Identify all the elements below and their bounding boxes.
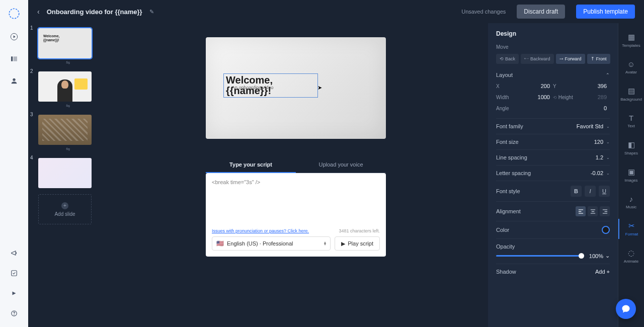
slide-number: 3 <box>30 112 33 117</box>
layout-y-input[interactable]: 396 <box>582 83 610 89</box>
tab-type-script[interactable]: Type your script <box>206 157 296 173</box>
align-right-button[interactable] <box>600 206 610 216</box>
plus-icon: + <box>61 202 68 209</box>
tab-upload-voice[interactable]: Upload your voice <box>296 157 386 173</box>
layout-toggle[interactable]: Layout ⌃ <box>496 72 610 78</box>
template-title: Onboarding video for {{name}} <box>47 8 142 16</box>
images-tab[interactable]: ▣Images <box>618 165 644 185</box>
script-tabs: Type your script Upload your voice <box>206 157 386 173</box>
bold-button[interactable]: B <box>571 186 582 197</box>
slide-handle-icon[interactable]: ⇋ <box>38 146 98 152</box>
svg-point-4 <box>13 78 15 81</box>
discard-draft-button[interactable]: Discard draft <box>517 5 565 19</box>
slide-canvas[interactable]: Welcome, {{name}}! An onboarding video ➤ <box>206 37 386 139</box>
megaphone-icon[interactable] <box>9 248 20 259</box>
avatar-icon: ☺ <box>627 60 635 68</box>
slide-number: 2 <box>30 68 33 74</box>
music-tab[interactable]: ♪Music <box>618 192 644 212</box>
shapes-tab[interactable]: ◧Shapes <box>618 138 644 158</box>
underline-button[interactable]: U <box>599 186 610 197</box>
topbar: ‹ Onboarding video for {{name}} ✎ Unsave… <box>28 0 644 23</box>
font-size-select[interactable]: Font size 120⌄ <box>496 134 610 149</box>
design-panel: Design Move ⟲ Back ⬸ Backward ⤍ Forward … <box>488 23 618 327</box>
chevron-down-icon: ⌄ <box>606 140 610 144</box>
avatar-tab[interactable]: ☺Avatar <box>618 57 644 77</box>
color-picker[interactable] <box>602 226 610 234</box>
layout-x-input[interactable]: 200 <box>525 83 553 89</box>
slide-thumb-4[interactable] <box>38 158 92 188</box>
slide-number: 1 <box>30 25 33 31</box>
unsaved-indicator: Unsaved changes <box>461 9 506 15</box>
pronunciation-help-link[interactable]: Issues with pronunciation or pauses? Cli… <box>212 228 309 233</box>
move-back-button[interactable]: ⟲ Back <box>496 54 519 64</box>
templates-tab[interactable]: ▦Templates <box>618 30 644 50</box>
italic-button[interactable]: I <box>585 186 596 197</box>
check-icon[interactable] <box>9 268 20 279</box>
slide-handle-icon[interactable]: ⇋ <box>38 103 98 109</box>
layout-icon[interactable] <box>9 53 20 64</box>
chevron-down-icon: ⌄ <box>605 253 610 259</box>
animate-icon: ◌ <box>628 249 634 258</box>
opacity-slider[interactable] <box>496 255 584 257</box>
flag-icon: 🇺🇸 <box>216 240 224 247</box>
align-left-button[interactable] <box>576 206 586 216</box>
play-icon[interactable] <box>9 31 20 42</box>
chevron-updown-icon: ▴▾ <box>324 241 326 246</box>
layout-width-input[interactable]: 1000 <box>525 94 553 100</box>
person-icon[interactable] <box>9 75 20 87</box>
slide-number: 4 <box>30 155 33 160</box>
right-tool-rail: ▦Templates ☺Avatar ▤Background TText ◧Sh… <box>618 23 644 327</box>
canvas-subtext: An onboarding video <box>232 85 274 90</box>
script-textarea[interactable]: <break time="3s" /> <box>212 179 380 227</box>
script-editor: <break time="3s" /> Issues with pronunci… <box>206 173 386 257</box>
back-arrow-icon[interactable]: ‹ <box>37 8 40 16</box>
text-icon: T <box>629 114 633 122</box>
link-wh-icon[interactable]: ⟲ <box>553 95 557 100</box>
animate-tab[interactable]: ◌Animate <box>618 246 644 266</box>
slide-thumb-1[interactable]: Welcome, {{name}}! <box>38 28 92 58</box>
move-backward-button[interactable]: ⬸ Backward <box>521 54 554 64</box>
edit-title-icon[interactable]: ✎ <box>149 9 154 15</box>
svg-rect-2 <box>11 56 13 61</box>
background-tab[interactable]: ▤Background <box>618 84 644 104</box>
font-family-select[interactable]: Font family Favorit Std⌄ <box>496 118 610 134</box>
chevron-up-icon: ⌃ <box>606 72 610 77</box>
chevron-down-icon: ⌄ <box>606 155 610 160</box>
line-spacing-select[interactable]: Line spacing 1.2⌄ <box>496 149 610 165</box>
video-icon[interactable] <box>9 288 20 299</box>
design-title: Design <box>496 30 610 37</box>
chat-button[interactable] <box>616 299 636 319</box>
background-icon: ▤ <box>628 87 635 96</box>
chevron-down-icon: ⌄ <box>606 171 610 176</box>
svg-rect-5 <box>12 271 17 276</box>
play-icon: ▶ <box>341 240 345 247</box>
align-center-button[interactable] <box>588 206 598 216</box>
language-select[interactable]: 🇺🇸 English (US) · Professional ▴▾ <box>212 236 331 251</box>
layout-angle-input[interactable]: 0 <box>582 105 610 111</box>
slide-handle-icon[interactable]: ⇋ <box>38 60 98 65</box>
format-tab[interactable]: ✂Format <box>618 219 644 239</box>
help-icon[interactable] <box>9 308 20 319</box>
cursor-icon: ➤ <box>317 85 322 91</box>
move-forward-button[interactable]: ⤍ Forward <box>556 54 585 64</box>
music-icon: ♪ <box>629 195 633 203</box>
shadow-add[interactable]: Shadow Add + <box>496 264 610 279</box>
slide-thumb-2[interactable] <box>38 71 92 102</box>
slides-panel: 1 Welcome, {{name}}! ⇋ 2 ⇋ 3 ⇋ <box>28 23 104 327</box>
chevron-down-icon: ⌄ <box>606 124 610 129</box>
text-tab[interactable]: TText <box>618 111 644 131</box>
text-element-selected[interactable]: Welcome, {{name}}! An onboarding video <box>223 73 318 98</box>
play-script-button[interactable]: ▶ Play script <box>335 236 380 251</box>
move-front-button[interactable]: ⤒ Front <box>587 54 610 64</box>
images-icon: ▣ <box>628 168 635 177</box>
letter-spacing-select[interactable]: Letter spacing -0.02⌄ <box>496 165 610 181</box>
svg-point-0 <box>9 9 19 19</box>
shapes-icon: ◧ <box>628 140 635 149</box>
slide-thumb-3[interactable] <box>38 115 92 145</box>
publish-template-button[interactable]: Publish template <box>576 5 635 19</box>
layout-height-input[interactable]: 289 <box>582 94 610 100</box>
app-logo <box>8 7 21 20</box>
add-slide-button[interactable]: + Add slide <box>38 194 92 224</box>
format-icon: ✂ <box>628 221 635 230</box>
chars-left: 3481 characters left. <box>339 228 380 233</box>
